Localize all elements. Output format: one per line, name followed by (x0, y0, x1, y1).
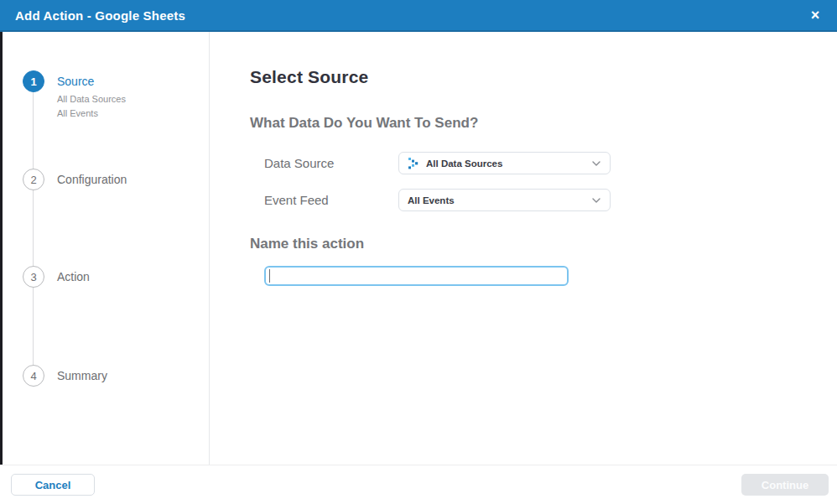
chevron-down-icon (591, 160, 601, 167)
chevron-down-icon (591, 197, 601, 204)
modal-header: Add Action - Google Sheets × (0, 0, 837, 32)
step-action-circle[interactable]: 3 (23, 266, 44, 288)
continue-button[interactable]: Continue (741, 474, 829, 496)
event-feed-row: Event Feed All Events (264, 189, 837, 211)
action-name-input[interactable] (264, 266, 569, 286)
event-feed-value: All Events (408, 195, 585, 205)
step-configuration[interactable]: 2 Configuration (23, 169, 127, 190)
step-source-sublabel-datasources: All Data Sources (57, 92, 126, 107)
step-source-texts: Source All Data Sources All Events (57, 70, 126, 121)
data-source-icon (408, 157, 420, 169)
step-summary-texts: Summary (57, 365, 107, 387)
step-action-texts: Action (57, 266, 90, 288)
stepper-connector-line (33, 81, 34, 376)
modal-footer: Cancel Continue (0, 465, 837, 504)
data-source-select[interactable]: All Data Sources (398, 152, 611, 174)
event-feed-select[interactable]: All Events (398, 189, 611, 211)
step-configuration-circle[interactable]: 2 (23, 169, 44, 190)
modal-body: 1 Source All Data Sources All Events 2 C… (3, 32, 837, 465)
section-heading: What Data Do You Want To Send? (250, 115, 837, 132)
name-action-heading: Name this action (250, 236, 837, 252)
step-summary-label[interactable]: Summary (57, 369, 107, 382)
step-source-sublabel-events: All Events (57, 107, 126, 121)
step-source-label[interactable]: Source (57, 75, 126, 88)
modal-title: Add Action - Google Sheets (15, 8, 185, 23)
step-configuration-label[interactable]: Configuration (57, 173, 127, 186)
step-summary-circle[interactable]: 4 (23, 365, 44, 387)
data-source-value: All Data Sources (426, 158, 585, 169)
data-source-label: Data Source (264, 156, 398, 170)
name-input-wrap (264, 266, 569, 286)
data-source-row: Data Source All Data Sources (264, 152, 837, 174)
event-feed-label: Event Feed (264, 193, 398, 207)
step-source[interactable]: 1 Source All Data Sources All Events (23, 70, 126, 121)
step-summary[interactable]: 4 Summary (23, 365, 107, 387)
main-panel: Select Source What Data Do You Want To S… (210, 32, 837, 465)
page-title: Select Source (250, 67, 837, 87)
cancel-button[interactable]: Cancel (11, 474, 95, 496)
text-cursor (269, 269, 270, 283)
stepper-sidebar: 1 Source All Data Sources All Events 2 C… (3, 32, 210, 465)
close-icon[interactable]: × (803, 0, 827, 30)
step-action-label[interactable]: Action (57, 270, 90, 283)
step-action[interactable]: 3 Action (23, 266, 90, 288)
step-source-circle[interactable]: 1 (23, 70, 44, 92)
step-configuration-texts: Configuration (57, 169, 127, 190)
